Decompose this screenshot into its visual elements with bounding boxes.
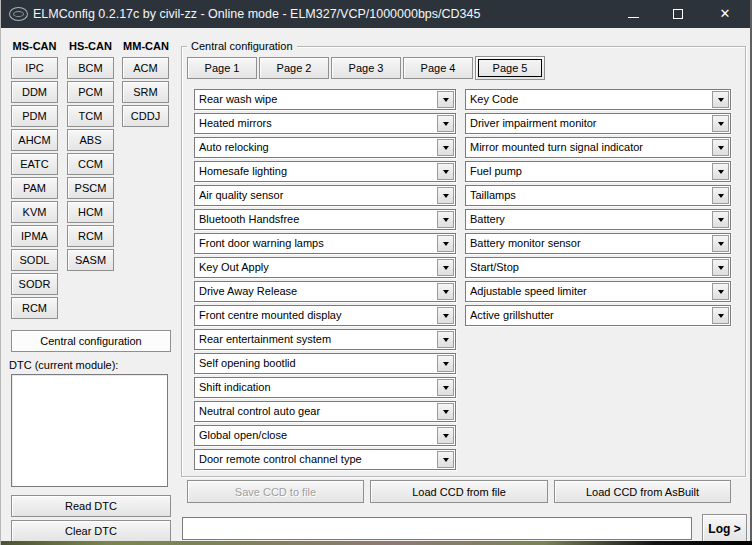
tab-page-4[interactable]: Page 4 [403,57,473,79]
module-button-srm[interactable]: SRM [122,81,169,103]
dropdown-arrow-icon[interactable] [437,115,454,132]
combo-driver-impairment-monitor[interactable]: Driver impairment monitor [465,113,731,134]
combo-shift-indication[interactable]: Shift indication [194,377,456,398]
dropdown-arrow-icon[interactable] [437,235,454,252]
dropdown-arrow-icon[interactable] [712,187,729,204]
module-button-kvm[interactable]: KVM [11,201,58,223]
combo-front-centre-mounted-display[interactable]: Front centre mounted display [194,305,456,326]
dropdown-arrow-icon[interactable] [437,427,454,444]
dropdown-arrow-icon[interactable] [437,139,454,156]
dropdown-arrow-icon[interactable] [712,211,729,228]
dropdown-arrow-icon[interactable] [712,115,729,132]
combo-bluetooth-handsfree[interactable]: Bluetooth Handsfree [194,209,456,230]
module-button-pdm[interactable]: PDM [11,105,58,127]
combo-adjustable-speed-limiter[interactable]: Adjustable speed limiter [465,281,731,302]
combo-front-door-warning-lamps[interactable]: Front door warning lamps [194,233,456,254]
combo-rear-wash-wipe[interactable]: Rear wash wipe [194,89,456,110]
dropdown-arrow-icon[interactable] [712,139,729,156]
load-ccd-from-file-button[interactable]: Load CCD from file [370,480,548,503]
module-button-ipma[interactable]: IPMA [11,225,58,247]
module-button-pam[interactable]: PAM [11,177,58,199]
module-button-pscm[interactable]: PSCM [67,177,114,199]
read-dtc-button[interactable]: Read DTC [11,495,171,517]
dropdown-arrow-icon[interactable] [712,283,729,300]
combo-self-opening-bootlid[interactable]: Self opening bootlid [194,353,456,374]
combo-start-stop[interactable]: Start/Stop [465,257,731,278]
module-button-ahcm[interactable]: AHCM [11,129,58,151]
module-button-cddj[interactable]: CDDJ [122,105,169,127]
central-configuration-button[interactable]: Central configuration [11,330,171,352]
dropdown-arrow-icon[interactable] [437,307,454,324]
module-button-bcm[interactable]: BCM [67,57,114,79]
combo-rear-entertainment-system[interactable]: Rear entertainment system [194,329,456,350]
combo-battery-monitor-sensor[interactable]: Battery monitor sensor [465,233,731,254]
module-button-sodr[interactable]: SODR [11,273,58,295]
module-button-ccm[interactable]: CCM [67,153,114,175]
combo-value: Taillamps [470,186,710,205]
combo-key-code[interactable]: Key Code [465,89,731,110]
dropdown-arrow-icon[interactable] [437,379,454,396]
dropdown-arrow-icon[interactable] [712,307,729,324]
chevron-down-icon [443,146,449,150]
combo-door-remote-control-channel-type[interactable]: Door remote control channel type [194,449,456,470]
combo-value: Neutral control auto gear [199,402,435,421]
dropdown-arrow-icon[interactable] [712,259,729,276]
dropdown-arrow-icon[interactable] [437,163,454,180]
module-button-acm[interactable]: ACM [122,57,169,79]
close-button[interactable]: ✕ [707,0,743,28]
module-button-ddm[interactable]: DDM [11,81,58,103]
dropdown-arrow-icon[interactable] [437,211,454,228]
chevron-down-icon [718,242,724,246]
module-button-sodl[interactable]: SODL [11,249,58,271]
load-ccd-from-asbuilt-button[interactable]: Load CCD from AsBuilt [554,480,731,503]
tab-page-1[interactable]: Page 1 [187,57,257,79]
combo-value: Key Code [470,90,710,109]
combo-drive-away-release[interactable]: Drive Away Release [194,281,456,302]
tab-page-2[interactable]: Page 2 [259,57,329,79]
combo-global-open-close[interactable]: Global open/close [194,425,456,446]
log-input[interactable] [182,517,692,540]
module-button-ipc[interactable]: IPC [11,57,58,79]
combo-homesafe-lighting[interactable]: Homesafe lighting [194,161,456,182]
tab-page-5[interactable]: Page 5 [475,56,545,80]
maximize-button[interactable] [662,0,694,28]
bus-header-hs-can: HS-CAN [66,40,115,52]
dropdown-arrow-icon[interactable] [437,451,454,468]
dropdown-arrow-icon[interactable] [437,331,454,348]
dropdown-arrow-icon[interactable] [437,283,454,300]
dtc-listbox[interactable] [11,374,168,487]
combo-mirror-mounted-turn-signal-indicator[interactable]: Mirror mounted turn signal indicator [465,137,731,158]
module-button-hcm[interactable]: HCM [67,201,114,223]
combo-key-out-apply[interactable]: Key Out Apply [194,257,456,278]
combo-neutral-control-auto-gear[interactable]: Neutral control auto gear [194,401,456,422]
dropdown-arrow-icon[interactable] [437,403,454,420]
combo-fuel-pump[interactable]: Fuel pump [465,161,731,182]
module-button-eatc[interactable]: EATC [11,153,58,175]
dropdown-arrow-icon[interactable] [712,235,729,252]
module-button-tcm[interactable]: TCM [67,105,114,127]
tab-page-3[interactable]: Page 3 [331,57,401,79]
module-button-sasm[interactable]: SASM [67,249,114,271]
dropdown-arrow-icon[interactable] [437,355,454,372]
combo-air-quality-sensor[interactable]: Air quality sensor [194,185,456,206]
combo-value: Global open/close [199,426,435,445]
save-ccd-to-file-button[interactable]: Save CCD to file [187,480,364,503]
combo-auto-relocking[interactable]: Auto relocking [194,137,456,158]
dropdown-arrow-icon[interactable] [437,91,454,108]
dropdown-arrow-icon[interactable] [437,187,454,204]
minimize-button[interactable] [617,0,649,28]
log-button[interactable]: Log > [702,514,747,543]
combo-heated-mirrors[interactable]: Heated mirrors [194,113,456,134]
combo-active-grillshutter[interactable]: Active grillshutter [465,305,731,326]
dropdown-arrow-icon[interactable] [437,259,454,276]
combo-taillamps[interactable]: Taillamps [465,185,731,206]
dropdown-arrow-icon[interactable] [712,163,729,180]
chevron-down-icon [443,266,449,270]
module-button-abs[interactable]: ABS [67,129,114,151]
module-button-rcm-hs[interactable]: RCM [67,225,114,247]
module-button-pcm[interactable]: PCM [67,81,114,103]
clear-dtc-button[interactable]: Clear DTC [11,520,171,542]
module-button-rcm-ms[interactable]: RCM [11,297,58,319]
combo-battery[interactable]: Battery [465,209,731,230]
dropdown-arrow-icon[interactable] [712,91,729,108]
